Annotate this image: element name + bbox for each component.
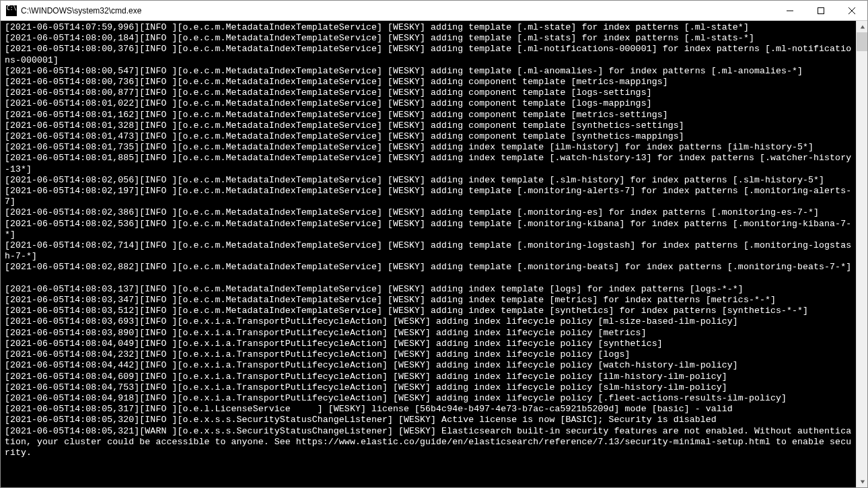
svg-rect-1 bbox=[818, 7, 824, 13]
svg-marker-4 bbox=[860, 25, 864, 28]
window-title: C:\WINDOWS\system32\cmd.exe bbox=[21, 6, 141, 15]
svg-marker-5 bbox=[860, 480, 864, 483]
close-button[interactable] bbox=[836, 1, 867, 21]
vertical-scrollbar[interactable] bbox=[856, 21, 867, 487]
scroll-track[interactable] bbox=[857, 32, 867, 476]
scroll-thumb[interactable] bbox=[857, 32, 867, 51]
minimize-button[interactable] bbox=[774, 1, 805, 21]
console-output[interactable]: [2021-06-05T14:07:59,996][INFO ][o.e.c.m… bbox=[1, 21, 856, 487]
scroll-up-button[interactable] bbox=[857, 21, 867, 32]
cmd-window: C:\WINDOWS\system32\cmd.exe [2021-06-05T… bbox=[0, 0, 868, 488]
scroll-down-button[interactable] bbox=[857, 476, 867, 487]
title-bar[interactable]: C:\WINDOWS\system32\cmd.exe bbox=[1, 1, 867, 21]
client-area: [2021-06-05T14:07:59,996][INFO ][o.e.c.m… bbox=[1, 21, 867, 487]
cmd-icon bbox=[6, 5, 17, 16]
maximize-button[interactable] bbox=[805, 1, 836, 21]
